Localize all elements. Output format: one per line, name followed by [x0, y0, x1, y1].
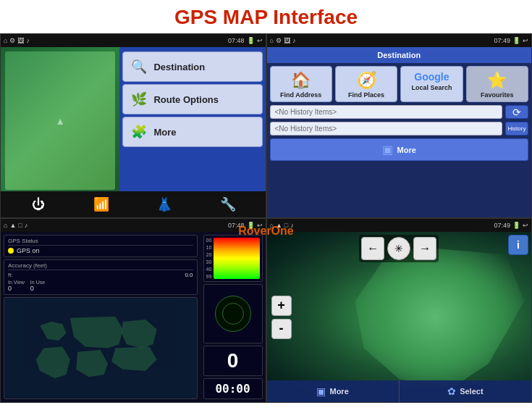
accuracy-label: ft: — [8, 272, 13, 278]
destination-more-button[interactable]: ▣ More — [270, 138, 529, 161]
screen-map-view: ⌂ ▲ □ ♪ 07:49 🔋 ↩ ← ✳ → + — [266, 218, 533, 403]
find-places-icon: 🧭 — [357, 71, 376, 90]
history-button-1[interactable]: ⟳ — [505, 105, 528, 119]
dress-icon: 👗 — [154, 194, 174, 214]
screen-gps-status: ⌂ ▲ □ ♪ 07:48 🔋 ↩ GPS Status GPS on — [0, 218, 266, 403]
gps-status-row: GPS on — [8, 247, 193, 254]
history-placeholder-1: <No History Items> — [275, 108, 337, 116]
settings-icon-2: ⚙ — [276, 37, 282, 44]
history-button-2[interactable]: History — [505, 122, 528, 135]
signal-icon-4: ▲ — [276, 222, 282, 229]
time-panel: 00:00 — [203, 378, 263, 399]
page-title: GPS MAP Interface — [0, 0, 532, 33]
battery-icon-2: 🔋 — [512, 37, 520, 44]
signal-icon-3: ▲ — [9, 222, 16, 229]
map-select-button[interactable]: ✿ Select — [400, 380, 531, 402]
status-left-3: ⌂ ▲ □ ♪ — [4, 222, 28, 229]
home-icon-2: ⌂ — [270, 37, 274, 44]
power-icon[interactable]: ⏻ — [28, 194, 48, 214]
map-navigation-bar: ← ✳ → — [359, 235, 439, 262]
gps-accuracy-panel: Accuracy (feet) ft: 0.0 In View 0 — [4, 259, 198, 295]
snr-scale: 00 10 20 30 40 99 — [206, 238, 212, 279]
map-compass[interactable]: ✳ — [387, 237, 410, 260]
gps-body: GPS Status GPS on Accuracy (feet) ft: 0.… — [1, 232, 266, 402]
in-use-item: In Use 0 — [30, 280, 45, 292]
screen-destination: ⌂ ⚙ 🖼 ♪ 07:49 🔋 ↩ Destination 🏠 Find Add… — [266, 33, 533, 218]
back-icon-3: ↩ — [257, 222, 263, 229]
back-icon-1: ↩ — [257, 37, 263, 44]
status-bar-2: ⌂ ⚙ 🖼 ♪ 07:49 🔋 ↩ — [267, 34, 532, 47]
battery-icon-1: 🔋 — [247, 37, 255, 44]
tools-icon[interactable]: 🔧 — [218, 194, 238, 214]
in-view-value: 0 — [8, 285, 25, 292]
route-options-label: Route Options — [153, 94, 219, 105]
map-zoom-buttons: + - — [271, 296, 292, 339]
image-icon: 🖼 — [17, 37, 24, 44]
gps-on-label: GPS on — [17, 247, 40, 254]
nav-menu-route-options[interactable]: 🌿 Route Options — [122, 84, 262, 114]
find-address-label: Find Address — [280, 91, 321, 99]
destination-header: Destination — [267, 47, 532, 63]
destination-icons-row: 🏠 Find Address 🧭 Find Places Google Loca… — [270, 66, 529, 102]
snr-40: 40 — [206, 267, 212, 272]
settings-icon: ⚙ — [9, 37, 15, 44]
local-search-button[interactable]: Google Local Search — [400, 66, 463, 102]
destination-label: Destination — [153, 62, 205, 72]
favourites-label: Favourites — [481, 91, 514, 99]
map-zoom-out-button[interactable]: - — [271, 319, 292, 339]
home-icon-4: ⌂ — [270, 222, 274, 229]
radar-inner-circle — [222, 303, 244, 325]
in-use-value: 0 — [30, 285, 45, 292]
more-icon-dest: ▣ — [382, 143, 393, 157]
map-zoom-in-button[interactable]: + — [271, 296, 292, 316]
world-map-svg — [14, 303, 187, 393]
time-4: 07:49 — [494, 222, 510, 229]
music-icon: ♪ — [26, 37, 30, 44]
status-right-1: 07:48 🔋 ↩ — [228, 37, 263, 44]
destination-icon: 🔍 — [129, 57, 149, 77]
favourites-icon: ⭐ — [487, 71, 507, 90]
history-placeholder-2: <No History Items> — [275, 125, 337, 133]
map-info-button[interactable]: i — [508, 235, 528, 255]
snr-10: 10 — [206, 245, 212, 250]
radar-panel — [203, 284, 263, 343]
radar-circle — [215, 296, 251, 332]
in-use-label: In Use — [30, 280, 45, 285]
find-address-icon: 🏠 — [291, 71, 311, 90]
gps-status-dot — [8, 248, 14, 254]
destination-more-label: More — [397, 146, 416, 154]
map-select-icon: ✿ — [447, 385, 456, 397]
in-view-label: In View — [8, 280, 25, 285]
map-more-button[interactable]: ▣ More — [267, 380, 400, 402]
find-places-button[interactable]: 🧭 Find Places — [335, 66, 397, 102]
local-search-label: Local Search — [411, 84, 452, 91]
more-icon: 🧩 — [129, 122, 149, 142]
accuracy-row: ft: 0.0 — [8, 272, 193, 278]
favourites-button[interactable]: ⭐ Favourites — [466, 66, 528, 102]
music-icon-4: ♪ — [290, 222, 294, 229]
time-1: 07:48 — [228, 37, 245, 44]
status-right-4: 07:49 🔋 ↩ — [494, 222, 528, 229]
map-arrow-right[interactable]: → — [413, 237, 436, 260]
accuracy-value: 0.0 — [185, 272, 193, 278]
history-input-1[interactable]: <No History Items> — [270, 105, 503, 119]
nav-menu-destination[interactable]: 🔍 Destination — [122, 51, 262, 82]
snr-00: 00 — [206, 238, 212, 243]
world-map-panel — [4, 297, 198, 399]
nav-menu-more[interactable]: 🧩 More — [122, 117, 262, 147]
image-icon-3: □ — [18, 222, 22, 229]
map-arrow-left[interactable]: ← — [361, 237, 384, 260]
status-left-2: ⌂ ⚙ 🖼 ♪ — [270, 37, 296, 44]
find-address-button[interactable]: 🏠 Find Address — [270, 66, 332, 102]
route-icon: 🌿 — [129, 89, 149, 109]
gps-status-panel: GPS Status GPS on — [4, 235, 198, 257]
gps-left-panel: GPS Status GPS on Accuracy (feet) ft: 0.… — [1, 232, 200, 402]
speed-panel: 0 — [203, 346, 263, 376]
back-icon-2: ↩ — [523, 37, 528, 44]
music-icon-3: ♪ — [25, 222, 28, 229]
battery-icon-4: 🔋 — [512, 222, 520, 229]
time-2: 07:49 — [494, 37, 510, 44]
snr-20: 20 — [206, 252, 212, 257]
map-more-icon: ▣ — [316, 385, 326, 397]
history-input-2[interactable]: <No History Items> — [270, 122, 503, 135]
